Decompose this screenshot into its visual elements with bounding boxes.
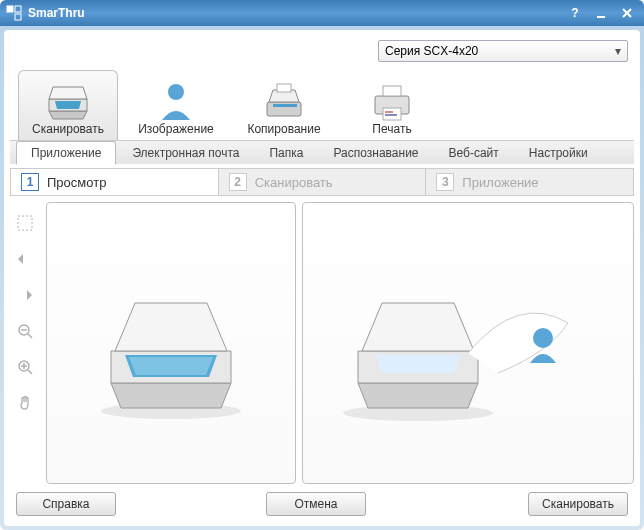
svg-rect-10	[383, 86, 401, 96]
step-2-label: Сканировать	[255, 175, 333, 190]
toolstrip	[10, 202, 40, 484]
client-area: Серия SCX-4x20 ▾ Сканировать	[4, 30, 640, 526]
close-button[interactable]	[616, 4, 638, 22]
step-application[interactable]: 3 Приложение	[426, 169, 633, 195]
svg-rect-8	[277, 84, 291, 92]
subtab-ocr[interactable]: Распознавание	[319, 142, 432, 164]
device-select[interactable]: Серия SCX-4x20 ▾	[378, 40, 628, 62]
scan-to-app-illustration	[318, 253, 618, 433]
main-tabs: Сканировать Изображение Копирование	[10, 68, 634, 140]
subtab-settings[interactable]: Настройки	[515, 142, 602, 164]
svg-text:?: ?	[571, 6, 578, 20]
flip-vertical-icon[interactable]	[14, 284, 36, 306]
subtab-folder[interactable]: Папка	[255, 142, 317, 164]
svg-rect-1	[15, 14, 21, 20]
flip-horizontal-icon[interactable]	[14, 248, 36, 270]
destination-panel	[302, 202, 634, 484]
tab-copy[interactable]: Копирование	[234, 70, 334, 140]
hand-tool-icon[interactable]	[14, 392, 36, 414]
step-preview[interactable]: 1 Просмотр	[11, 169, 219, 195]
chevron-down-icon: ▾	[615, 44, 621, 58]
zoom-out-icon[interactable]	[14, 320, 36, 342]
subtab-application[interactable]: Приложение	[16, 141, 116, 165]
tab-scan-label: Сканировать	[32, 122, 104, 136]
scanner-icon	[43, 80, 93, 122]
tab-image[interactable]: Изображение	[126, 70, 226, 140]
device-selected-label: Серия SCX-4x20	[385, 44, 478, 58]
svg-rect-14	[18, 216, 32, 230]
step-1-label: Просмотр	[47, 175, 106, 190]
copier-icon	[259, 80, 309, 122]
titlebar: SmarThru ?	[0, 0, 644, 26]
tab-print-label: Печать	[372, 122, 411, 136]
svg-rect-7	[273, 104, 297, 107]
app-window: SmarThru ? Серия SCX-4x20 ▾	[0, 0, 644, 530]
tab-image-label: Изображение	[138, 122, 214, 136]
printer-icon	[367, 80, 417, 122]
step-1-number: 1	[21, 173, 39, 191]
help-button[interactable]: Справка	[16, 492, 116, 516]
bottom-buttons: Справка Отмена Сканировать	[10, 484, 634, 516]
select-tool-icon[interactable]	[14, 212, 36, 234]
zoom-in-icon[interactable]	[14, 356, 36, 378]
step-2-number: 2	[229, 173, 247, 191]
person-icon	[151, 80, 201, 122]
scanner-preview-illustration	[81, 263, 261, 423]
scan-button[interactable]: Сканировать	[528, 492, 628, 516]
subtab-website[interactable]: Веб-сайт	[435, 142, 513, 164]
step-scan[interactable]: 2 Сканировать	[219, 169, 427, 195]
step-3-number: 3	[436, 173, 454, 191]
cancel-button[interactable]: Отмена	[266, 492, 366, 516]
device-row: Серия SCX-4x20 ▾	[10, 36, 634, 68]
tab-copy-label: Копирование	[247, 122, 320, 136]
minimize-button[interactable]	[590, 4, 612, 22]
svg-rect-13	[385, 114, 397, 116]
wizard-steps: 1 Просмотр 2 Сканировать 3 Приложение	[10, 168, 634, 196]
tab-scan[interactable]: Сканировать	[18, 70, 118, 140]
step-3-label: Приложение	[462, 175, 538, 190]
workarea	[10, 202, 634, 484]
svg-rect-12	[385, 111, 393, 113]
app-icon	[6, 5, 22, 21]
svg-point-5	[168, 84, 184, 100]
preview-panel	[46, 202, 296, 484]
window-title: SmarThru	[28, 6, 85, 20]
subtabs: Приложение Электронная почта Папка Распо…	[10, 140, 634, 164]
tab-print[interactable]: Печать	[342, 70, 442, 140]
subtab-email[interactable]: Электронная почта	[118, 142, 253, 164]
svg-rect-2	[15, 6, 21, 12]
svg-rect-4	[597, 16, 605, 18]
svg-point-19	[533, 328, 553, 348]
svg-rect-0	[7, 6, 13, 12]
window-controls: ?	[564, 4, 638, 22]
help-title-button[interactable]: ?	[564, 4, 586, 22]
